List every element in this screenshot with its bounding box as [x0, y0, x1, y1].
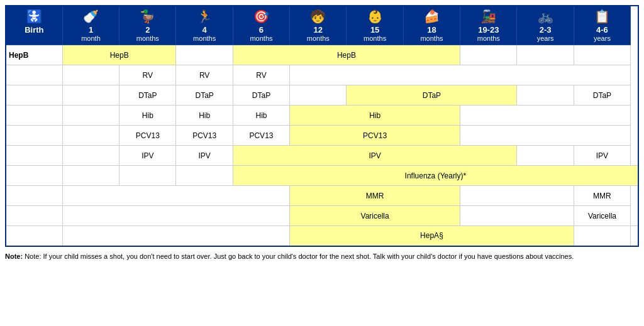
- varicella-pre6: [62, 206, 289, 226]
- rv-rest: [290, 65, 631, 85]
- hepb-19-23: [460, 45, 517, 65]
- mmr-12-15months: MMR: [290, 186, 460, 206]
- ipv-4months: IPV: [176, 146, 233, 166]
- mmr-4-6: MMR: [574, 186, 630, 206]
- header-4-6years: 📋 4-6 years: [574, 6, 630, 45]
- varicella-4-6: Varicella: [574, 206, 630, 226]
- ipv-name: [6, 146, 62, 166]
- note-label: Note:: [5, 253, 23, 260]
- varicella-19-23-2-3: [460, 206, 574, 226]
- hib-4months: Hib: [176, 106, 233, 126]
- 1month-label: 1: [65, 25, 117, 35]
- header-18months: 🍰 18 months: [403, 6, 460, 45]
- 4months-sub: months: [178, 35, 230, 42]
- birth-icon: 🚼: [8, 9, 60, 24]
- hib-2months: Hib: [119, 106, 176, 126]
- 19-23months-label: 19-23: [462, 25, 514, 35]
- dtap-name: [6, 85, 62, 106]
- dtap-4months: DTaP: [176, 85, 233, 106]
- hib-rest: [460, 106, 631, 126]
- rv-row: RV RV RV: [6, 65, 638, 85]
- pcv13-row: PCV13 PCV13 PCV13 PCV13: [6, 126, 638, 146]
- hib-birth: [62, 106, 119, 126]
- rv-name: [6, 65, 62, 85]
- dtap-row: DTaP DTaP DTaP DTaP DTaP: [6, 85, 638, 106]
- 19-23months-sub: months: [462, 35, 514, 42]
- 2months-label: 2: [121, 25, 174, 35]
- header-row: 🚼 Birth 🍼 1 month 🦆 2 months 🏃 4 months: [6, 6, 638, 45]
- 2months-sub: months: [121, 35, 174, 42]
- 6months-sub: months: [235, 35, 287, 42]
- header-1month: 🍼 1 month: [62, 6, 119, 45]
- rv-birth: [62, 65, 119, 85]
- ipv-6-18months: IPV: [233, 146, 517, 166]
- header-15months: 👶 15 months: [347, 6, 403, 45]
- pcv13-rest: [460, 126, 631, 146]
- 12months-label: 12: [292, 25, 344, 35]
- hepb-name: HepB: [6, 45, 62, 65]
- 15months-icon: 👶: [348, 9, 401, 24]
- hepb-4months: [176, 45, 233, 65]
- 15months-label: 15: [348, 25, 401, 35]
- header-12months: 🧒 12 months: [290, 6, 347, 45]
- rv-2months: RV: [119, 65, 176, 85]
- hepa-12-19months: HepA§: [290, 226, 574, 246]
- influenza-row: Influenza (Yearly)*: [6, 166, 638, 186]
- ipv-4-6: IPV: [574, 146, 630, 166]
- dtap-6months: DTaP: [233, 85, 289, 106]
- 4-6years-sub: years: [576, 35, 628, 42]
- hib-name: [6, 106, 62, 126]
- 1month-icon: 🍼: [65, 9, 117, 24]
- 4-6years-icon: 📋: [576, 9, 628, 24]
- note-text: Note: Note: If your child misses a shot,…: [5, 252, 639, 261]
- hepb-2-3: [517, 45, 574, 65]
- hepb-6-18months: HepB: [233, 45, 460, 65]
- vaccine-schedule-table: 🚼 Birth 🍼 1 month 🦆 2 months 🏃 4 months: [5, 5, 639, 247]
- ipv-2months: IPV: [119, 146, 176, 166]
- header-4months: 🏃 4 months: [176, 6, 233, 45]
- 2-3years-sub: years: [519, 35, 571, 42]
- 2-3years-icon: 🚲: [519, 9, 571, 24]
- pcv13-name: [6, 126, 62, 146]
- 12months-sub: months: [292, 35, 344, 42]
- 18months-label: 18: [406, 25, 458, 35]
- pcv13-12-15months: PCV13: [290, 126, 460, 146]
- 19-23months-icon: 🚂: [462, 9, 514, 24]
- 2-3years-label: 2-3: [519, 25, 571, 35]
- header-birth: 🚼 Birth: [6, 6, 62, 45]
- rv-6months: RV: [233, 65, 289, 85]
- pcv13-2months: PCV13: [119, 126, 176, 146]
- header-2months: 🦆 2 months: [119, 6, 176, 45]
- influenza-1month: [119, 166, 176, 186]
- header-6months: 🎯 6 months: [233, 6, 289, 45]
- 6months-icon: 🎯: [235, 9, 287, 24]
- 18months-sub: months: [406, 35, 458, 42]
- pcv13-birth: [62, 126, 119, 146]
- header-19-23months: 🚂 19-23 months: [460, 6, 517, 45]
- influenza-2months: [176, 166, 233, 186]
- hepb-4-6: [574, 45, 630, 65]
- header-2-3years: 🚲 2-3 years: [517, 6, 574, 45]
- varicella-12-15months: Varicella: [290, 206, 460, 226]
- varicella-name: [6, 206, 62, 226]
- influenza-name: [6, 166, 62, 186]
- birth-label: Birth: [8, 25, 60, 35]
- hepa-2-3: [574, 226, 630, 246]
- rv-4months: RV: [176, 65, 233, 85]
- mmr-row: MMR MMR: [6, 186, 638, 206]
- note-content: Note: If your child misses a shot, you d…: [25, 253, 574, 260]
- hib-6months: Hib: [233, 106, 289, 126]
- 18months-icon: 🍰: [406, 9, 458, 24]
- pcv13-4months: PCV13: [176, 126, 233, 146]
- varicella-row: Varicella Varicella: [6, 206, 638, 226]
- 4-6years-label: 4-6: [576, 25, 628, 35]
- 2months-icon: 🦆: [121, 9, 174, 24]
- mmr-name: [6, 186, 62, 206]
- hepb-1month: HepB: [62, 45, 176, 65]
- 4months-label: 4: [178, 25, 230, 35]
- ipv-row: IPV IPV IPV IPV: [6, 146, 638, 166]
- 4months-icon: 🏃: [178, 9, 230, 24]
- ipv-birth: [62, 146, 119, 166]
- hepa-row: HepA§: [6, 226, 638, 246]
- dtap-4-6: DTaP: [574, 85, 630, 106]
